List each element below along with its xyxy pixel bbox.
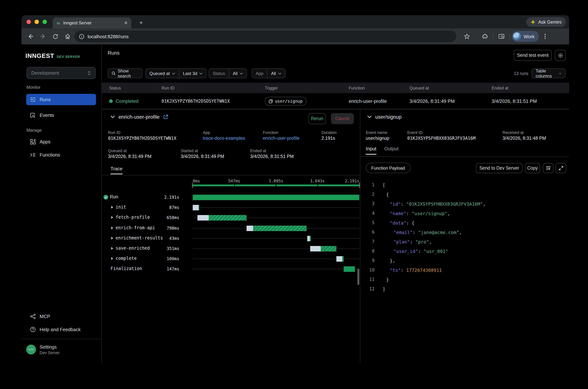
column-header[interactable]: Ended at bbox=[492, 86, 508, 90]
column-header[interactable]: Status bbox=[109, 86, 121, 90]
trace-row-run[interactable]: Run2.191s bbox=[102, 192, 360, 202]
sidebar-item-settings[interactable]: </> Settings Dev Server bbox=[26, 344, 60, 355]
trace-bar[interactable] bbox=[193, 195, 359, 200]
status-filter-value[interactable]: All bbox=[229, 69, 247, 78]
expand-caret-icon[interactable] bbox=[111, 247, 114, 250]
browser-toolbar: localhost:8288/runs Work bbox=[22, 28, 569, 44]
sidebar-item-apps[interactable]: Apps bbox=[26, 136, 96, 147]
trace-row-complete[interactable]: complete100ms bbox=[102, 254, 360, 264]
trace-row-finalization[interactable]: Finalization147ms bbox=[102, 264, 360, 274]
expand-caret-icon[interactable] bbox=[111, 206, 114, 209]
word-wrap-button[interactable] bbox=[543, 163, 554, 173]
trace-row-init[interactable]: init87ms bbox=[102, 202, 360, 213]
external-link-icon[interactable] bbox=[163, 114, 168, 119]
forward-button[interactable] bbox=[37, 31, 49, 42]
exec-segment bbox=[193, 195, 359, 200]
environment-select[interactable]: Development bbox=[27, 67, 96, 79]
home-button[interactable] bbox=[61, 31, 74, 42]
app-filter[interactable]: App All bbox=[252, 68, 285, 78]
expand-caret-icon[interactable] bbox=[111, 226, 114, 229]
column-header[interactable]: Run ID bbox=[161, 86, 175, 90]
sidebar-item-label: Events bbox=[40, 112, 54, 118]
filter-bar: Show search Queued at Last 3d bbox=[108, 68, 565, 78]
profile-label: Work bbox=[524, 34, 534, 39]
refresh-button[interactable] bbox=[49, 31, 61, 42]
line-number: 3 bbox=[364, 201, 375, 206]
table-columns-button[interactable]: Table columns bbox=[532, 68, 565, 78]
browser-menu-icon[interactable] bbox=[539, 31, 551, 42]
chevron-down-icon bbox=[559, 72, 561, 74]
back-button[interactable] bbox=[24, 31, 37, 42]
trace-bar[interactable] bbox=[310, 246, 336, 252]
exec-segment bbox=[199, 205, 199, 210]
bookmark-star-icon[interactable] bbox=[461, 31, 473, 42]
trace-bar[interactable] bbox=[344, 266, 355, 272]
profile-button[interactable]: Work bbox=[512, 31, 539, 42]
extensions-icon[interactable] bbox=[479, 31, 491, 42]
column-header[interactable]: Function bbox=[349, 86, 365, 90]
column-header[interactable]: Queued at bbox=[410, 86, 429, 90]
trace-bar[interactable] bbox=[307, 236, 311, 241]
screen: ∞ Inngest Server ✕ + Ask Gemini bbox=[0, 0, 588, 389]
code-line: 5"data": { bbox=[360, 218, 569, 227]
run-detail: enrich-user-profile Rerun Cancel Run ID … bbox=[102, 109, 569, 363]
close-window-button[interactable] bbox=[27, 20, 31, 24]
expand-caret-icon[interactable] bbox=[111, 216, 114, 219]
show-search-button[interactable]: Show search bbox=[108, 68, 143, 78]
trace-bar[interactable] bbox=[198, 215, 247, 221]
trace-row-enrich-from-api[interactable]: enrich-from-api798ms bbox=[102, 223, 360, 233]
app-filter-value[interactable]: All bbox=[267, 69, 285, 78]
minimize-window-button[interactable] bbox=[34, 20, 39, 24]
trigger-badge[interactable]: user/signup bbox=[265, 97, 307, 105]
collapse-chevron-icon[interactable] bbox=[111, 115, 115, 118]
sidebar-item-runs[interactable]: Runs bbox=[26, 94, 96, 105]
cancel-button[interactable]: Cancel bbox=[331, 113, 354, 124]
settings-gear-button[interactable] bbox=[555, 50, 566, 61]
copy-button[interactable]: Copy bbox=[525, 163, 540, 173]
tab-input[interactable]: Input bbox=[366, 146, 376, 155]
sidebar-item-mcp[interactable]: MCP bbox=[26, 311, 96, 322]
sidebar-item-events[interactable]: Events bbox=[26, 110, 96, 121]
ask-gemini-button[interactable]: Ask Gemini bbox=[526, 17, 566, 27]
expand-caret-icon[interactable] bbox=[111, 257, 114, 260]
address-bar[interactable]: localhost:8288/runs bbox=[75, 31, 456, 42]
payload-json[interactable]: 1[2{3"id": "01KJXSYPSFHBXX03GRJFV3A16M",… bbox=[360, 180, 569, 294]
new-tab-button[interactable]: + bbox=[136, 18, 146, 28]
trace-row-fetch-profile[interactable]: fetch-profile658ms bbox=[102, 213, 360, 223]
send-test-event-button[interactable]: Send test event bbox=[514, 50, 552, 61]
tab-trace[interactable]: Trace bbox=[111, 166, 122, 174]
zoom-window-button[interactable] bbox=[43, 20, 47, 24]
trace-bar[interactable] bbox=[193, 205, 199, 210]
trace-bar[interactable] bbox=[247, 226, 307, 231]
inngest-favicon-icon: ∞ bbox=[56, 20, 60, 26]
column-header[interactable]: Trigger bbox=[265, 86, 278, 90]
send-to-dev-server-button[interactable]: Send to Dev Server bbox=[476, 163, 523, 173]
trace-row-save-enriched[interactable]: save-enriched351ms bbox=[102, 243, 360, 254]
main-content: Runs Send test event bbox=[102, 44, 569, 363]
function-link[interactable]: enrich-user-profile bbox=[263, 136, 299, 141]
status-filter[interactable]: Status All bbox=[209, 68, 247, 78]
scrollbar-thumb[interactable] bbox=[357, 268, 359, 285]
trace-step-name: fetch-profile bbox=[116, 215, 150, 220]
collapse-chevron-icon[interactable] bbox=[367, 115, 372, 118]
time-filter[interactable]: Queued at Last 3d bbox=[146, 68, 207, 78]
site-info-icon[interactable] bbox=[79, 34, 84, 39]
trace-bar[interactable] bbox=[336, 256, 344, 262]
function-payload-button[interactable]: Function Payload bbox=[366, 163, 410, 173]
sidebar-item-help[interactable]: Help and Feedback bbox=[26, 324, 96, 335]
sidebar-item-functions[interactable]: Functions bbox=[26, 149, 96, 161]
app-link[interactable]: trace-docs-examples bbox=[203, 136, 245, 141]
rerun-button[interactable]: Rerun bbox=[308, 113, 326, 124]
trace-minimap[interactable] bbox=[193, 185, 359, 186]
tab-close-icon[interactable]: ✕ bbox=[124, 20, 128, 26]
time-range-segment[interactable]: Last 3d bbox=[179, 69, 206, 78]
table-row[interactable]: Completed 01KJXSYPZYB6TH2DSDSYETWN1X use… bbox=[102, 93, 569, 109]
browser-tab[interactable]: ∞ Inngest Server ✕ bbox=[53, 17, 131, 28]
time-field-segment[interactable]: Queued at bbox=[146, 69, 179, 78]
tab-output[interactable]: Output bbox=[384, 146, 399, 155]
trace-row-enrichment-results[interactable]: enrichment-results43ms bbox=[102, 233, 360, 243]
field-label: Event name bbox=[366, 130, 387, 135]
side-panel-search-icon[interactable] bbox=[495, 31, 508, 42]
expand-caret-icon[interactable] bbox=[111, 236, 114, 240]
expand-button[interactable] bbox=[556, 163, 566, 173]
